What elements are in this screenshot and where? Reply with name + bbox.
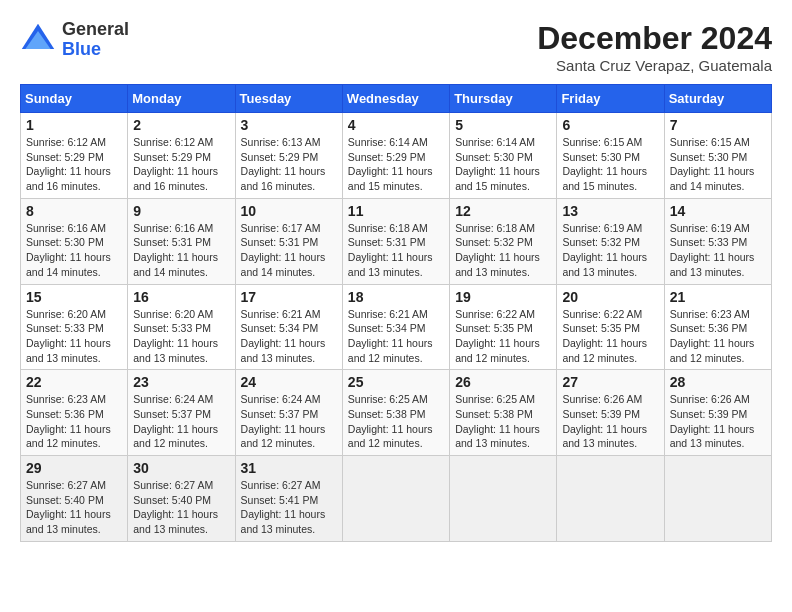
day-info: Sunrise: 6:21 AM Sunset: 5:34 PM Dayligh… <box>348 307 444 366</box>
calendar-cell: 5Sunrise: 6:14 AM Sunset: 5:30 PM Daylig… <box>450 113 557 199</box>
calendar-day-header: Thursday <box>450 85 557 113</box>
calendar-cell: 27Sunrise: 6:26 AM Sunset: 5:39 PM Dayli… <box>557 370 664 456</box>
day-number: 3 <box>241 117 337 133</box>
calendar-day-header: Tuesday <box>235 85 342 113</box>
calendar-cell: 28Sunrise: 6:26 AM Sunset: 5:39 PM Dayli… <box>664 370 771 456</box>
logo-icon <box>20 22 56 58</box>
calendar-cell: 13Sunrise: 6:19 AM Sunset: 5:32 PM Dayli… <box>557 198 664 284</box>
calendar-cell: 10Sunrise: 6:17 AM Sunset: 5:31 PM Dayli… <box>235 198 342 284</box>
day-number: 5 <box>455 117 551 133</box>
day-info: Sunrise: 6:18 AM Sunset: 5:31 PM Dayligh… <box>348 221 444 280</box>
day-info: Sunrise: 6:24 AM Sunset: 5:37 PM Dayligh… <box>133 392 229 451</box>
day-info: Sunrise: 6:26 AM Sunset: 5:39 PM Dayligh… <box>670 392 766 451</box>
day-info: Sunrise: 6:26 AM Sunset: 5:39 PM Dayligh… <box>562 392 658 451</box>
day-number: 28 <box>670 374 766 390</box>
calendar-week-row: 22Sunrise: 6:23 AM Sunset: 5:36 PM Dayli… <box>21 370 772 456</box>
calendar-cell: 24Sunrise: 6:24 AM Sunset: 5:37 PM Dayli… <box>235 370 342 456</box>
day-info: Sunrise: 6:21 AM Sunset: 5:34 PM Dayligh… <box>241 307 337 366</box>
day-info: Sunrise: 6:13 AM Sunset: 5:29 PM Dayligh… <box>241 135 337 194</box>
calendar-cell: 26Sunrise: 6:25 AM Sunset: 5:38 PM Dayli… <box>450 370 557 456</box>
day-number: 9 <box>133 203 229 219</box>
calendar-cell: 4Sunrise: 6:14 AM Sunset: 5:29 PM Daylig… <box>342 113 449 199</box>
calendar-day-header: Saturday <box>664 85 771 113</box>
calendar-cell: 22Sunrise: 6:23 AM Sunset: 5:36 PM Dayli… <box>21 370 128 456</box>
calendar-cell: 21Sunrise: 6:23 AM Sunset: 5:36 PM Dayli… <box>664 284 771 370</box>
calendar-week-row: 15Sunrise: 6:20 AM Sunset: 5:33 PM Dayli… <box>21 284 772 370</box>
day-info: Sunrise: 6:12 AM Sunset: 5:29 PM Dayligh… <box>133 135 229 194</box>
calendar-table: SundayMondayTuesdayWednesdayThursdayFrid… <box>20 84 772 542</box>
day-number: 15 <box>26 289 122 305</box>
calendar-day-header: Wednesday <box>342 85 449 113</box>
day-info: Sunrise: 6:23 AM Sunset: 5:36 PM Dayligh… <box>670 307 766 366</box>
calendar-cell: 31Sunrise: 6:27 AM Sunset: 5:41 PM Dayli… <box>235 456 342 542</box>
calendar-cell: 23Sunrise: 6:24 AM Sunset: 5:37 PM Dayli… <box>128 370 235 456</box>
day-info: Sunrise: 6:25 AM Sunset: 5:38 PM Dayligh… <box>348 392 444 451</box>
day-info: Sunrise: 6:25 AM Sunset: 5:38 PM Dayligh… <box>455 392 551 451</box>
day-number: 12 <box>455 203 551 219</box>
logo-text: General Blue <box>62 20 129 60</box>
month-year: December 2024 <box>537 20 772 57</box>
day-number: 2 <box>133 117 229 133</box>
calendar-cell: 15Sunrise: 6:20 AM Sunset: 5:33 PM Dayli… <box>21 284 128 370</box>
calendar-cell: 9Sunrise: 6:16 AM Sunset: 5:31 PM Daylig… <box>128 198 235 284</box>
day-info: Sunrise: 6:16 AM Sunset: 5:30 PM Dayligh… <box>26 221 122 280</box>
day-number: 11 <box>348 203 444 219</box>
title-section: December 2024 Santa Cruz Verapaz, Guatem… <box>537 20 772 74</box>
day-number: 19 <box>455 289 551 305</box>
calendar-cell <box>342 456 449 542</box>
day-number: 1 <box>26 117 122 133</box>
day-info: Sunrise: 6:19 AM Sunset: 5:32 PM Dayligh… <box>562 221 658 280</box>
day-info: Sunrise: 6:22 AM Sunset: 5:35 PM Dayligh… <box>455 307 551 366</box>
logo-blue: Blue <box>62 40 129 60</box>
calendar-cell: 12Sunrise: 6:18 AM Sunset: 5:32 PM Dayli… <box>450 198 557 284</box>
calendar-cell: 17Sunrise: 6:21 AM Sunset: 5:34 PM Dayli… <box>235 284 342 370</box>
day-number: 14 <box>670 203 766 219</box>
logo-general: General <box>62 20 129 40</box>
day-number: 16 <box>133 289 229 305</box>
day-info: Sunrise: 6:20 AM Sunset: 5:33 PM Dayligh… <box>133 307 229 366</box>
calendar-cell <box>450 456 557 542</box>
day-number: 29 <box>26 460 122 476</box>
day-number: 24 <box>241 374 337 390</box>
day-info: Sunrise: 6:14 AM Sunset: 5:29 PM Dayligh… <box>348 135 444 194</box>
day-info: Sunrise: 6:22 AM Sunset: 5:35 PM Dayligh… <box>562 307 658 366</box>
calendar-cell <box>664 456 771 542</box>
calendar-cell: 16Sunrise: 6:20 AM Sunset: 5:33 PM Dayli… <box>128 284 235 370</box>
day-info: Sunrise: 6:15 AM Sunset: 5:30 PM Dayligh… <box>670 135 766 194</box>
day-info: Sunrise: 6:18 AM Sunset: 5:32 PM Dayligh… <box>455 221 551 280</box>
logo: General Blue <box>20 20 129 60</box>
calendar-cell <box>557 456 664 542</box>
day-number: 21 <box>670 289 766 305</box>
day-number: 4 <box>348 117 444 133</box>
day-number: 25 <box>348 374 444 390</box>
day-info: Sunrise: 6:15 AM Sunset: 5:30 PM Dayligh… <box>562 135 658 194</box>
day-number: 7 <box>670 117 766 133</box>
day-number: 27 <box>562 374 658 390</box>
calendar-cell: 19Sunrise: 6:22 AM Sunset: 5:35 PM Dayli… <box>450 284 557 370</box>
day-info: Sunrise: 6:27 AM Sunset: 5:40 PM Dayligh… <box>26 478 122 537</box>
day-info: Sunrise: 6:19 AM Sunset: 5:33 PM Dayligh… <box>670 221 766 280</box>
day-number: 8 <box>26 203 122 219</box>
calendar-day-header: Sunday <box>21 85 128 113</box>
calendar-cell: 2Sunrise: 6:12 AM Sunset: 5:29 PM Daylig… <box>128 113 235 199</box>
calendar-header-row: SundayMondayTuesdayWednesdayThursdayFrid… <box>21 85 772 113</box>
day-info: Sunrise: 6:24 AM Sunset: 5:37 PM Dayligh… <box>241 392 337 451</box>
calendar-cell: 11Sunrise: 6:18 AM Sunset: 5:31 PM Dayli… <box>342 198 449 284</box>
day-info: Sunrise: 6:23 AM Sunset: 5:36 PM Dayligh… <box>26 392 122 451</box>
day-number: 10 <box>241 203 337 219</box>
calendar-cell: 7Sunrise: 6:15 AM Sunset: 5:30 PM Daylig… <box>664 113 771 199</box>
day-number: 26 <box>455 374 551 390</box>
day-number: 17 <box>241 289 337 305</box>
page-header: General Blue December 2024 Santa Cruz Ve… <box>20 20 772 74</box>
day-info: Sunrise: 6:12 AM Sunset: 5:29 PM Dayligh… <box>26 135 122 194</box>
day-number: 20 <box>562 289 658 305</box>
day-info: Sunrise: 6:20 AM Sunset: 5:33 PM Dayligh… <box>26 307 122 366</box>
calendar-cell: 20Sunrise: 6:22 AM Sunset: 5:35 PM Dayli… <box>557 284 664 370</box>
day-number: 6 <box>562 117 658 133</box>
calendar-cell: 1Sunrise: 6:12 AM Sunset: 5:29 PM Daylig… <box>21 113 128 199</box>
calendar-cell: 25Sunrise: 6:25 AM Sunset: 5:38 PM Dayli… <box>342 370 449 456</box>
day-info: Sunrise: 6:17 AM Sunset: 5:31 PM Dayligh… <box>241 221 337 280</box>
calendar-cell: 14Sunrise: 6:19 AM Sunset: 5:33 PM Dayli… <box>664 198 771 284</box>
day-number: 30 <box>133 460 229 476</box>
location: Santa Cruz Verapaz, Guatemala <box>537 57 772 74</box>
